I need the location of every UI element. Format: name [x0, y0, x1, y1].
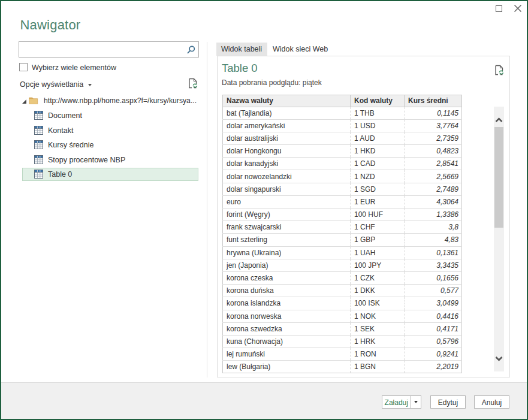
table-cell: lej rumuński	[223, 348, 351, 361]
tree-item-label: Document	[48, 111, 82, 120]
table-cell: 1 CHF	[351, 221, 405, 234]
table-cell: forint (Węgry)	[223, 209, 351, 221]
table-row: euro1 EUR4,3064	[223, 195, 462, 208]
table-cell: 1 CZK	[351, 271, 405, 284]
table-row: forint (Węgry)100 HUF1,3386	[223, 209, 462, 221]
tab-web-view[interactable]: Widok sieci Web	[267, 43, 331, 56]
table-cell: 100 ISK	[351, 297, 405, 310]
column-header: Kurs średni	[405, 95, 462, 107]
table-cell: korona duńska	[223, 285, 351, 297]
folder-icon	[29, 96, 38, 104]
table-cell: 1 GBP	[351, 234, 405, 246]
tree-item[interactable]: Kursy średnie	[1, 138, 207, 153]
table-row: funt szterling1 GBP4,83	[223, 234, 462, 246]
table-row: bat (Tajlandia)1 THB0,1145	[223, 107, 462, 119]
tree-item-label: Kursy średnie	[48, 141, 93, 149]
search-input[interactable]	[20, 43, 186, 56]
tree-item-label: Stopy procentowe NBP	[48, 156, 125, 164]
table-cell: euro	[223, 195, 351, 208]
tree-item-label: Table 0	[48, 170, 72, 179]
table-cell: 1 USD	[351, 119, 405, 132]
refresh-preview-icon-left[interactable]	[188, 78, 198, 89]
table-cell: 100 JPY	[351, 259, 405, 271]
table-cell: 1 RON	[351, 348, 405, 361]
tree-item-label: Kontakt	[48, 126, 73, 135]
scrollbar-thumb[interactable]	[494, 127, 503, 228]
table-cell: dolar australijski	[223, 132, 351, 144]
tree-root-label: http://www.nbp.pl/home.aspx?f=/kursy/kur…	[44, 96, 197, 105]
table-row: dolar amerykański1 USD3,7764	[223, 119, 462, 132]
table-cell: dolar amerykański	[223, 119, 351, 132]
tree-item[interactable]: Stopy procentowe NBP	[1, 152, 207, 167]
table-cell: 1 DKK	[351, 285, 405, 297]
preview-table: Nazwa walutyKod walutyKurs średni bat (T…	[222, 95, 462, 374]
table-icon	[34, 111, 43, 120]
tab-table-view[interactable]: Widok tabeli	[216, 43, 267, 56]
table-cell: 1,3386	[405, 209, 462, 221]
table-row: dolar Hongkongu1 HKD0,4823	[223, 145, 462, 158]
tree-item[interactable]: Document	[1, 108, 207, 123]
table-cell: 3,7764	[405, 119, 462, 132]
table-cell: 0,5796	[405, 335, 462, 348]
table-row: jen (Japonia)100 JPY3,3435	[223, 259, 462, 271]
table-cell: 0,4416	[405, 310, 462, 322]
table-cell: 3,8	[405, 221, 462, 234]
load-button[interactable]: Załaduj	[382, 395, 411, 409]
table-cell: 3,0499	[405, 297, 462, 310]
tree-item[interactable]: Kontakt	[1, 123, 207, 138]
table-cell: 4,3064	[405, 195, 462, 208]
table-cell: 2,8541	[405, 158, 462, 170]
table-cell: 0,1656	[405, 271, 462, 284]
table-cell: dolar kanadyjski	[223, 158, 351, 170]
tree-item[interactable]: Table 0	[1, 167, 207, 182]
table-cell: 1 EUR	[351, 195, 405, 208]
table-cell: 0,4823	[405, 145, 462, 158]
table-cell: jen (Japonia)	[223, 259, 351, 271]
table-cell: korona norweska	[223, 310, 351, 322]
table-cell: 1 HKD	[351, 145, 405, 158]
search-icon[interactable]	[186, 45, 196, 55]
scroll-up-icon[interactable]	[495, 117, 503, 123]
preview-subtitle: Data pobrania podglądu: piątek	[222, 78, 322, 87]
table-row: lej rumuński1 RON0,9241	[223, 348, 462, 361]
table-cell: funt szterling	[223, 234, 351, 246]
navigation-tree: http://www.nbp.pl/home.aspx?f=/kursy/kur…	[1, 93, 207, 182]
table-row: hrywna (Ukraina)1 UAH0,1361	[223, 246, 462, 259]
table-row: kuna (Chorwacja)1 HRK0,5796	[223, 335, 462, 348]
pane-splitter[interactable]	[207, 42, 207, 377]
multi-select-label[interactable]: Wybierz wiele elementów	[32, 64, 116, 72]
tree-items: Document Kontakt Kursy średnie	[1, 108, 207, 182]
table-cell: 0,577	[405, 285, 462, 297]
table-cell: korona islandzka	[223, 297, 351, 310]
table-cell: korona szwedzka	[223, 322, 351, 335]
table-cell: 1 HRK	[351, 335, 405, 348]
cancel-button[interactable]: Anuluj	[474, 395, 509, 409]
table-cell: 1 SGD	[351, 183, 405, 195]
preview-pane: Table 0 Data pobrania podglądu: piątek N…	[217, 56, 510, 377]
vertical-scrollbar	[494, 107, 504, 371]
table-cell: korona czeska	[223, 271, 351, 284]
table-cell: 1 NOK	[351, 310, 405, 322]
display-options-dropdown[interactable]: Opcje wyświetlania	[20, 78, 92, 88]
navigator-dialog: Nawigator Wybierz wiele elementów Opcje …	[0, 0, 528, 420]
table-icon	[34, 155, 43, 164]
table-cell: bat (Tajlandia)	[223, 107, 351, 119]
table-cell: 1 BGN	[351, 361, 405, 373]
table-row: dolar singapurski1 SGD2,7489	[223, 183, 462, 195]
table-cell: 0,1361	[405, 246, 462, 259]
refresh-preview-icon-right[interactable]	[494, 65, 505, 76]
table-cell: 1 SEK	[351, 322, 405, 335]
load-dropdown-button[interactable]	[411, 395, 422, 409]
edit-button[interactable]: Edytuj	[430, 395, 466, 409]
close-icon[interactable]	[513, 4, 523, 13]
multi-select-checkbox[interactable]	[19, 63, 28, 71]
table-cell: dolar singapurski	[223, 183, 351, 195]
table-cell: 3,3435	[405, 259, 462, 271]
tree-expand-icon[interactable]	[22, 99, 26, 104]
table-cell: 2,7359	[405, 132, 462, 144]
table-cell: dolar nowozelandzki	[223, 170, 351, 183]
maximize-icon[interactable]	[496, 5, 502, 12]
tree-root-source[interactable]: http://www.nbp.pl/home.aspx?f=/kursy/kur…	[1, 93, 207, 108]
scroll-down-icon[interactable]	[495, 356, 503, 361]
table-cell: 1 AUD	[351, 132, 405, 144]
